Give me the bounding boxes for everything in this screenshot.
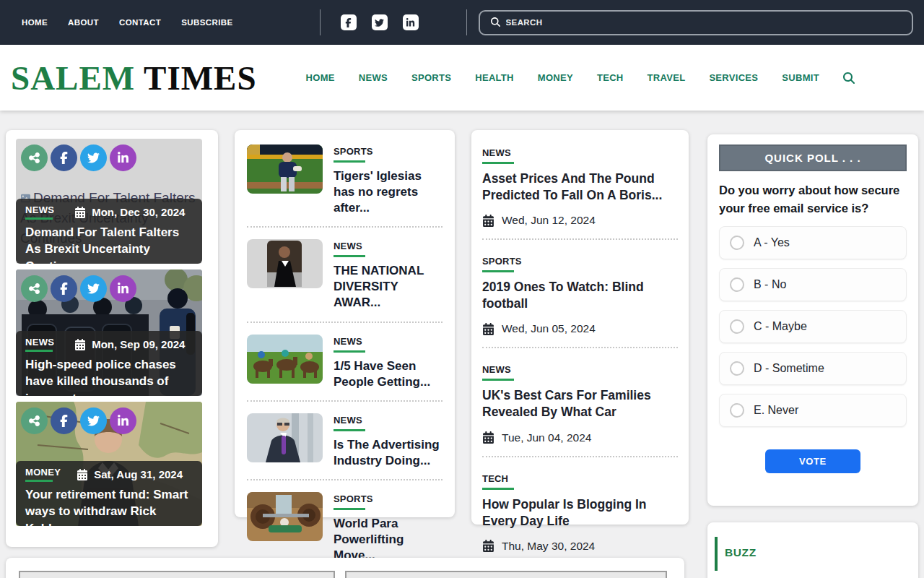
vote-button[interactable]: VOTE	[765, 449, 860, 473]
list-item[interactable]: NEWS THE NATIONAL DIVERSITY AWAR...	[247, 238, 443, 322]
article-title[interactable]: Your retirement fund: Smart ways to with…	[25, 486, 193, 526]
twitter-share-icon[interactable]	[80, 407, 107, 434]
nav-services[interactable]: SERVICES	[709, 72, 758, 83]
featured-article-card[interactable]: MONEY Sat, Aug 31, 2024 Your retirement …	[16, 402, 202, 526]
list-item[interactable]: NEWS 1/5 Have Seen People Getting...	[247, 333, 443, 402]
bottom-placeholder-box[interactable]	[19, 571, 335, 578]
article-title[interactable]: How Popular Is Blogging In Every Day Lif…	[482, 496, 678, 530]
article-date: Mon, Dec 30, 2024	[74, 206, 185, 218]
article-title[interactable]: 1/5 Have Seen People Getting...	[334, 358, 443, 390]
featured-article-card[interactable]: NEWS Mon, Sep 09, 2024 High-speed police…	[16, 269, 202, 396]
featured-article-card[interactable]: Demand For Talent Falters As Brexit Unce…	[16, 139, 202, 264]
logo-secondary: TIMES	[144, 59, 257, 97]
list-item[interactable]: NEWS Asset Prices And The Pound Predicte…	[482, 142, 678, 240]
nav-submit[interactable]: SUBMIT	[782, 72, 819, 83]
radio-button[interactable]	[730, 319, 744, 334]
category-badge[interactable]: NEWS	[482, 364, 678, 381]
nav-money[interactable]: MONEY	[538, 72, 573, 83]
nav-health[interactable]: HEALTH	[475, 72, 514, 83]
article-date: Tue, Jun 04, 2024	[482, 431, 678, 444]
facebook-share-icon[interactable]	[51, 275, 77, 302]
category-badge[interactable]: NEWS	[334, 336, 443, 353]
poll-option[interactable]: A - Yes	[719, 226, 907, 259]
linkedin-share-icon[interactable]	[110, 144, 136, 171]
share-icon[interactable]	[21, 407, 48, 434]
category-underline	[334, 255, 365, 257]
powerlifting-photo	[247, 492, 323, 541]
calendar-icon	[74, 207, 86, 218]
list-item[interactable]: TECH How Popular Is Blogging In Every Da…	[482, 467, 678, 566]
search-input[interactable]	[479, 10, 913, 35]
linkedin-share-icon[interactable]	[110, 275, 136, 302]
nav-home[interactable]: HOME	[306, 72, 335, 83]
category-badge[interactable]: NEWS	[25, 337, 54, 352]
radio-button[interactable]	[730, 277, 744, 292]
share-icon[interactable]	[21, 144, 48, 171]
nav-news[interactable]: NEWS	[359, 72, 388, 83]
facebook-icon[interactable]	[341, 14, 357, 30]
article-overlay: NEWS Mon, Dec 30, 2024 Demand For Talent…	[16, 199, 202, 264]
article-title[interactable]: Tigers' Iglesias has no regrets after...	[334, 168, 443, 216]
article-title[interactable]: UK's Best Cars For Families Revealed By …	[482, 387, 678, 420]
utility-link-subscribe[interactable]: SUBSCRIBE	[181, 18, 232, 27]
poll-option[interactable]: C - Maybe	[719, 310, 907, 343]
category-badge[interactable]: NEWS	[482, 147, 678, 164]
article-thumbnail	[247, 413, 323, 462]
utility-link-about[interactable]: ABOUT	[68, 18, 99, 27]
bottom-placeholder-box[interactable]	[345, 571, 667, 578]
article-title[interactable]: High-speed police chases have killed tho…	[25, 356, 193, 396]
category-badge[interactable]: SPORTS	[334, 493, 443, 510]
list-item[interactable]: SPORTS 2019 Ones To Watch: Blind footbal…	[482, 250, 678, 348]
facebook-share-icon[interactable]	[51, 144, 77, 171]
nav-sports[interactable]: SPORTS	[411, 72, 451, 83]
radio-button[interactable]	[730, 361, 744, 376]
twitter-share-icon[interactable]	[80, 144, 107, 171]
category-underline	[334, 429, 365, 431]
article-overlay: MONEY Sat, Aug 31, 2024 Your retirement …	[16, 461, 202, 526]
list-item[interactable]: NEWS UK's Best Cars For Families Reveale…	[482, 358, 678, 457]
category-badge[interactable]: TECH	[482, 473, 678, 490]
calendar-icon	[482, 431, 494, 444]
category-badge[interactable]: NEWS	[25, 204, 54, 220]
category-underline	[25, 480, 53, 482]
facebook-share-icon[interactable]	[51, 407, 77, 434]
poll-header: QUICK POLL . . .	[719, 144, 907, 171]
nav-travel[interactable]: TRAVEL	[648, 72, 686, 83]
calendar-icon	[482, 323, 494, 335]
main-nav: HOME NEWS SPORTS HEALTH MONEY TECH TRAVE…	[306, 72, 855, 84]
share-buttons	[21, 407, 136, 434]
radio-button[interactable]	[730, 236, 744, 250]
article-overlay: NEWS Mon, Sep 09, 2024 High-speed police…	[16, 331, 202, 396]
site-logo[interactable]: SALEM TIMES	[11, 59, 257, 98]
poll-option[interactable]: B - No	[719, 268, 907, 301]
linkedin-icon[interactable]	[403, 14, 419, 30]
article-title[interactable]: 2019 Ones To Watch: Blind football	[482, 279, 678, 312]
category-badge[interactable]: NEWS	[334, 241, 443, 257]
utility-link-home[interactable]: HOME	[22, 18, 48, 27]
nav-search-icon[interactable]	[843, 72, 855, 84]
poll-option[interactable]: E. Never	[719, 394, 907, 427]
article-title[interactable]: Is The Advertising Industry Doing...	[334, 437, 443, 469]
category-badge[interactable]: SPORTS	[482, 256, 678, 272]
list-item[interactable]: SPORTS Tigers' Iglesias has no regrets a…	[247, 143, 443, 228]
category-badge[interactable]: SPORTS	[334, 146, 443, 163]
radio-button[interactable]	[730, 403, 744, 418]
twitter-share-icon[interactable]	[80, 275, 107, 302]
utility-link-contact[interactable]: CONTACT	[119, 18, 161, 27]
article-title[interactable]: Demand For Talent Falters As Brexit Unce…	[25, 224, 193, 264]
share-icon[interactable]	[21, 275, 48, 302]
buzz-panel: BUZZ	[707, 522, 918, 578]
article-title[interactable]: THE NATIONAL DIVERSITY AWAR...	[334, 263, 443, 311]
article-title[interactable]: Asset Prices And The Pound Predicted To …	[482, 171, 678, 204]
nav-tech[interactable]: TECH	[597, 72, 624, 83]
twitter-icon[interactable]	[372, 14, 388, 30]
category-badge[interactable]: MONEY	[25, 467, 61, 482]
share-buttons	[21, 144, 136, 171]
category-badge[interactable]: NEWS	[334, 415, 443, 431]
category-underline	[482, 379, 514, 381]
article-thumbnail	[247, 239, 323, 288]
poll-option[interactable]: D - Sometime	[719, 352, 907, 385]
linkedin-share-icon[interactable]	[110, 407, 136, 434]
list-item[interactable]: NEWS Is The Advertising Industry Doing..…	[247, 412, 443, 480]
article-title[interactable]: World Para Powerlifting Move...	[334, 516, 443, 564]
